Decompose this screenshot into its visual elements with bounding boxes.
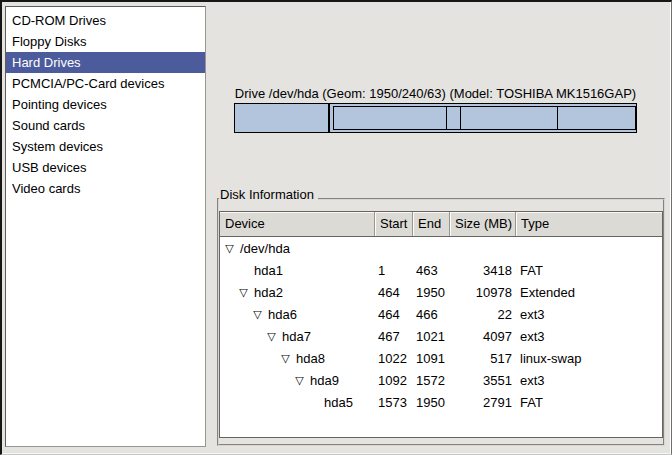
disk-table-row-hda5[interactable]: ▽ hda5 1573 1950 2791 FAT [220, 391, 662, 413]
sidebar-item-cd-rom-drives[interactable]: CD-ROM Drives [6, 10, 205, 31]
device-category-list: CD-ROM Drives Floppy Disks Hard Drives P… [5, 6, 206, 447]
sidebar-item-sound-cards[interactable]: Sound cards [6, 115, 205, 136]
disk-table: Device Start End Size (MB) Type ▽ /dev/h… [219, 211, 663, 438]
disk-table-row-hda7[interactable]: ▽ hda7 467 1021 4097 ext3 [220, 325, 662, 347]
partition-segment-hda2 [330, 104, 636, 132]
start-cell: 1022 [375, 351, 413, 366]
sidebar-item-pointing-devices[interactable]: Pointing devices [6, 94, 205, 115]
start-cell: 464 [375, 307, 413, 322]
size-cell: 10978 [450, 285, 516, 300]
column-header-end[interactable]: End [413, 212, 450, 236]
disk-information-frame: Disk Information Device Start End Size (… [217, 198, 665, 446]
end-cell: 463 [413, 263, 450, 278]
sidebar-item-label: USB devices [12, 160, 86, 175]
type-cell: Extended [516, 285, 662, 300]
sidebar-item-hard-drives[interactable]: Hard Drives [6, 52, 205, 73]
sidebar-item-label: Hard Drives [12, 55, 81, 70]
disk-table-row-hda1[interactable]: ▽ hda1 1 463 3418 FAT [220, 259, 662, 281]
disk-table-row-hda2[interactable]: ▽ hda2 464 1950 10978 Extended [220, 281, 662, 303]
end-cell: 1572 [413, 373, 450, 388]
sidebar-item-label: Pointing devices [12, 97, 107, 112]
start-cell: 1573 [375, 395, 413, 410]
device-name: hda8 [296, 351, 325, 366]
end-cell: 466 [413, 307, 450, 322]
logical-partitions [333, 106, 636, 130]
sidebar-item-label: Video cards [12, 181, 80, 196]
column-header-type[interactable]: Type [516, 212, 662, 236]
partition-segment-hda8 [447, 107, 461, 129]
partition-segment-hda9 [461, 107, 558, 129]
device-name: /dev/hda [240, 241, 290, 256]
sidebar-item-usb-devices[interactable]: USB devices [6, 157, 205, 178]
device-name: hda7 [282, 329, 311, 344]
device-name: hda1 [254, 263, 283, 278]
size-cell: 3551 [450, 373, 516, 388]
expander-icon[interactable]: ▽ [252, 309, 263, 320]
sidebar-item-label: Floppy Disks [12, 34, 86, 49]
end-cell: 1091 [413, 351, 450, 366]
disk-table-header: Device Start End Size (MB) Type [220, 212, 662, 237]
sidebar-item-label: Sound cards [12, 118, 85, 133]
device-cell: ▽ hda9 [220, 373, 375, 388]
size-cell: 517 [450, 351, 516, 366]
start-cell: 1092 [375, 373, 413, 388]
column-header-start[interactable]: Start [375, 212, 413, 236]
partition-segment-hda7 [334, 107, 447, 129]
device-cell: ▽ /dev/hda [220, 241, 375, 256]
sidebar-item-floppy-disks[interactable]: Floppy Disks [6, 31, 205, 52]
sidebar-item-label: PCMCIA/PC-Card devices [12, 76, 164, 91]
size-cell: 3418 [450, 263, 516, 278]
partition-segment-hda5 [558, 107, 635, 129]
device-name: hda2 [254, 285, 283, 300]
sidebar-item-pcmcia-pc-card-devices[interactable]: PCMCIA/PC-Card devices [6, 73, 205, 94]
type-cell: linux-swap [516, 351, 662, 366]
disk-information-label: Disk Information [219, 188, 318, 202]
size-cell: 22 [450, 307, 516, 322]
type-cell: ext3 [516, 373, 662, 388]
device-cell: ▽ hda8 [220, 351, 375, 366]
device-cell: ▽ hda6 [220, 307, 375, 322]
expander-icon[interactable]: ▽ [238, 287, 249, 298]
device-name: hda6 [268, 307, 297, 322]
type-cell: FAT [516, 263, 662, 278]
drive-title: Drive /dev/hda (Geom: 1950/240/63) (Mode… [234, 86, 637, 101]
expander-icon[interactable]: ▽ [266, 331, 277, 342]
partition-segment-hda1 [235, 104, 330, 132]
disk-table-row-hda8[interactable]: ▽ hda8 1022 1091 517 linux-swap [220, 347, 662, 369]
sidebar-item-system-devices[interactable]: System devices [6, 136, 205, 157]
expander-icon[interactable]: ▽ [294, 375, 305, 386]
device-cell: ▽ hda7 [220, 329, 375, 344]
sidebar-item-label: CD-ROM Drives [12, 13, 106, 28]
device-cell: ▽ hda1 [220, 263, 375, 278]
column-header-device[interactable]: Device [220, 212, 375, 236]
disk-table-row-hda6[interactable]: ▽ hda6 464 466 22 ext3 [220, 303, 662, 325]
start-cell: 464 [375, 285, 413, 300]
end-cell: 1950 [413, 395, 450, 410]
expander-icon[interactable]: ▽ [280, 353, 291, 364]
expander-icon[interactable]: ▽ [224, 243, 235, 254]
partition-bar [234, 103, 637, 133]
device-cell: ▽ hda5 [220, 395, 375, 410]
device-name: hda5 [324, 395, 353, 410]
start-cell: 1 [375, 263, 413, 278]
device-cell: ▽ hda2 [220, 285, 375, 300]
type-cell: ext3 [516, 329, 662, 344]
column-header-size[interactable]: Size (MB) [450, 212, 516, 236]
size-cell: 4097 [450, 329, 516, 344]
sidebar-item-label: System devices [12, 139, 103, 154]
end-cell: 1950 [413, 285, 450, 300]
hardware-browser-window: CD-ROM Drives Floppy Disks Hard Drives P… [0, 0, 672, 455]
device-name: hda9 [310, 373, 339, 388]
type-cell: ext3 [516, 307, 662, 322]
size-cell: 2791 [450, 395, 516, 410]
disk-table-row-dev-hda[interactable]: ▽ /dev/hda [220, 237, 662, 259]
start-cell: 467 [375, 329, 413, 344]
sidebar-item-video-cards[interactable]: Video cards [6, 178, 205, 199]
type-cell: FAT [516, 395, 662, 410]
end-cell: 1021 [413, 329, 450, 344]
disk-table-row-hda9[interactable]: ▽ hda9 1092 1572 3551 ext3 [220, 369, 662, 391]
disk-table-body: ▽ /dev/hda ▽ hda1 1 463 3418 FAT ▽ hda2 … [220, 237, 662, 413]
